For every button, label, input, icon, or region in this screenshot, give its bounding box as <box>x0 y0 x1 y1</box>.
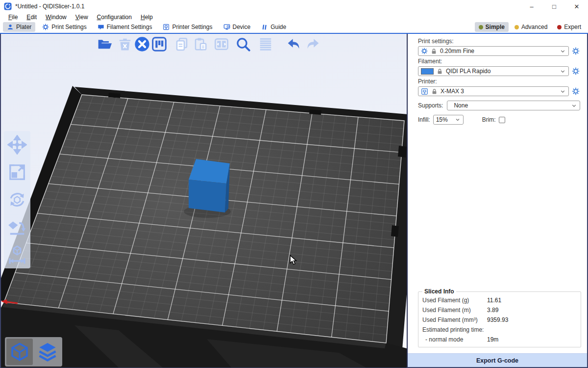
tab-label: Plater <box>16 24 31 30</box>
si-value: 11.61 <box>487 297 501 304</box>
bed-clip <box>398 146 407 158</box>
filament-value: QIDI PLA Rapido <box>446 68 557 75</box>
delete-all-button[interactable] <box>133 35 151 53</box>
menu-window[interactable]: Window <box>41 14 71 21</box>
window-title: *Untitled - QIDISlicer-1.0.1 <box>15 3 84 10</box>
plater-toolbar <box>1 35 407 54</box>
cube-3d-icon <box>9 342 30 362</box>
minimize-button[interactable]: – <box>520 0 543 13</box>
gear-icon <box>572 47 580 55</box>
chevron-down-icon <box>571 103 577 109</box>
mode-label: Advanced <box>521 24 547 30</box>
sliced-info-row: Used Filament (g) 11.61 <box>422 297 577 304</box>
variable-layer-height-button[interactable] <box>256 35 275 53</box>
search-button[interactable] <box>234 35 252 53</box>
print-settings-label: Print settings: <box>418 38 580 45</box>
maximize-button[interactable]: □ <box>543 0 565 13</box>
advanced-mode-dot-icon <box>514 25 519 29</box>
open-file-button[interactable] <box>96 35 114 53</box>
edit-print-settings-button[interactable] <box>571 47 580 55</box>
printer-icon <box>421 88 428 95</box>
mode-label: Simple <box>486 24 505 30</box>
scale-icon <box>7 162 27 182</box>
menu-file[interactable]: File <box>4 14 22 21</box>
redo-button[interactable] <box>304 35 322 53</box>
tab-plater[interactable]: Plater <box>3 22 35 32</box>
menu-view[interactable]: View <box>71 14 93 21</box>
open-file-icon <box>97 36 113 52</box>
brim-checkbox[interactable] <box>499 117 505 123</box>
print-settings-value: 0.20mm Fine <box>440 48 557 54</box>
paste-icon <box>193 37 208 52</box>
tab-label: Printer Settings <box>172 24 212 30</box>
place-on-face-button[interactable] <box>6 216 28 238</box>
copy-button[interactable] <box>172 35 191 53</box>
books-icon <box>261 24 268 30</box>
delete-icon <box>118 37 132 52</box>
mode-expert[interactable]: Expert <box>553 22 585 32</box>
tab-label: Guide <box>270 24 286 30</box>
move-button[interactable] <box>6 134 28 156</box>
mode-label: Expert <box>564 24 581 30</box>
layers-icon <box>37 342 58 362</box>
tab-guide[interactable]: Guide <box>257 22 290 32</box>
print-settings-select[interactable]: 0.20mm Fine <box>418 46 569 56</box>
infill-select[interactable]: 15% <box>433 115 464 125</box>
tab-device[interactable]: Device <box>220 22 255 32</box>
printer-value: X-MAX 3 <box>441 88 557 95</box>
expert-mode-dot-icon <box>557 25 562 29</box>
menu-configuration[interactable]: Configuration <box>93 14 136 21</box>
app-logo-icon <box>4 2 12 10</box>
plater-icon <box>7 24 14 30</box>
filament-select[interactable]: QIDI PLA Rapido <box>418 66 569 76</box>
si-value: 3.89 <box>487 307 498 314</box>
scale-button[interactable] <box>6 161 28 183</box>
mode-advanced[interactable]: Advanced <box>511 22 551 32</box>
menu-bar: File Edit Window View Configuration Help <box>0 13 588 21</box>
si-value: 19m <box>487 336 498 343</box>
tab-printer-settings[interactable]: Printer Settings <box>159 22 216 32</box>
split-objects-button[interactable] <box>212 35 231 53</box>
undo-icon <box>286 36 301 52</box>
preview-layers-view-button[interactable] <box>34 339 61 365</box>
tab-print-settings[interactable]: Print Settings <box>38 22 90 32</box>
printer-select[interactable]: X-MAX 3 <box>418 86 569 96</box>
edit-printer-button[interactable] <box>571 87 580 96</box>
sliced-info-row: - normal mode 19m <box>422 336 577 343</box>
tab-bar: Plater Print Settings Filament Settings … <box>0 21 588 33</box>
redo-icon <box>305 36 321 52</box>
gear-icon <box>421 48 428 54</box>
print-bed-scene[interactable] <box>1 34 407 368</box>
supports-value: None <box>450 102 568 109</box>
undo-button[interactable] <box>284 35 303 53</box>
paste-button[interactable] <box>191 35 210 53</box>
tab-label: Filament Settings <box>107 24 152 30</box>
viewport-3d[interactable] <box>1 34 407 368</box>
edit-filament-button[interactable] <box>571 67 580 76</box>
filament-label: Filament: <box>418 58 580 65</box>
supports-select[interactable]: None <box>447 101 580 110</box>
measure-icon <box>7 245 27 264</box>
menu-help[interactable]: Help <box>136 14 157 21</box>
chevron-down-icon <box>560 68 566 75</box>
sliced-info-row: Estimated printing time: <box>422 326 577 333</box>
split-objects-icon <box>214 36 229 52</box>
rotate-button[interactable] <box>6 189 28 210</box>
lock-icon <box>431 88 438 95</box>
menu-edit[interactable]: Edit <box>22 14 41 21</box>
mode-selector: Simple Advanced Expert <box>473 22 585 32</box>
measure-button[interactable] <box>6 244 28 265</box>
mode-simple[interactable]: Simple <box>475 22 509 32</box>
tab-filament-settings[interactable]: Filament Settings <box>94 22 156 32</box>
chevron-down-icon <box>560 48 566 54</box>
variable-layer-height-icon <box>258 37 273 52</box>
arrange-button[interactable] <box>150 35 169 53</box>
tab-label: Device <box>233 24 251 30</box>
model-cube[interactable] <box>189 159 230 212</box>
close-button[interactable]: ✕ <box>565 0 588 13</box>
editor-3d-view-button[interactable] <box>6 339 33 365</box>
delete-button[interactable] <box>116 35 134 53</box>
settings-panel: Print settings: 0.20mm Fine Filament: QI… <box>408 34 587 367</box>
export-gcode-button[interactable]: Export G-code <box>408 353 587 367</box>
sliced-info-row: Used Filament (m) 3.89 <box>422 307 577 314</box>
